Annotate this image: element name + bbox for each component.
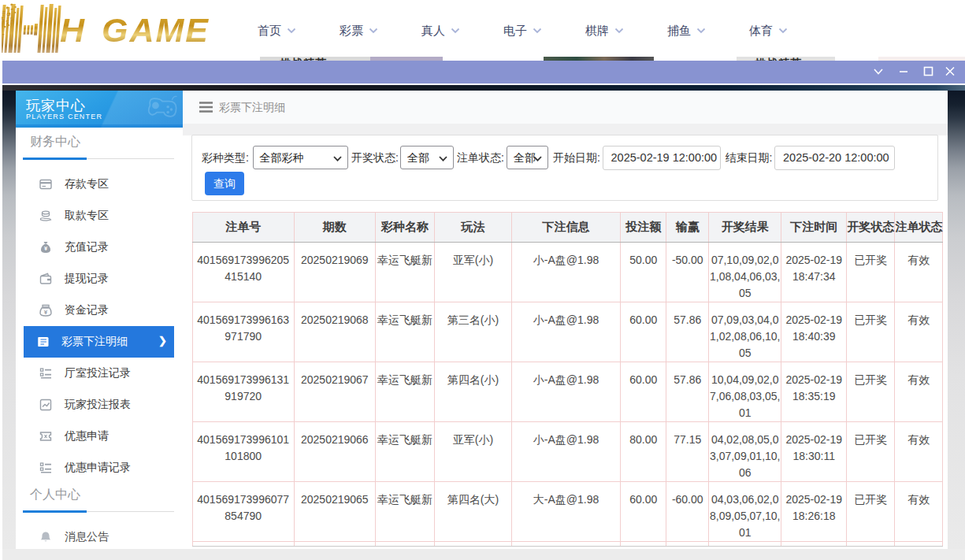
svg-text:¥: ¥ <box>44 309 48 316</box>
